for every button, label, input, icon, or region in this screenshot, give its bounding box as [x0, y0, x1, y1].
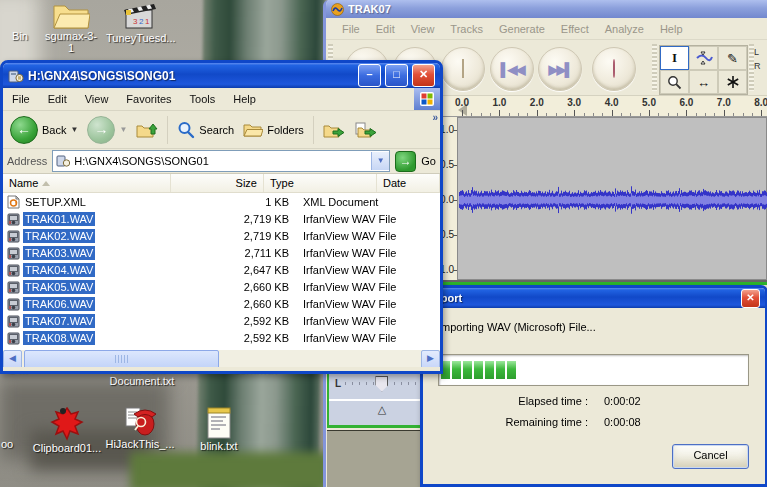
search-button[interactable]: Search [174, 119, 237, 141]
audacity-menu-tracks[interactable]: Tracks [442, 20, 491, 38]
timeshift-tool-button[interactable]: ↔ [689, 70, 718, 94]
draw-tool-icon: ✎ [727, 51, 738, 66]
scroll-left-arrow[interactable]: ◀ [3, 350, 22, 367]
explorer-menu-tools[interactable]: Tools [181, 90, 225, 108]
scrollbar-thumb[interactable] [24, 350, 219, 367]
file-name: TRAK05.WAV [23, 280, 95, 294]
folders-button[interactable]: Folders [240, 119, 307, 140]
go-label: Go [421, 155, 436, 167]
file-row-trak04-wav[interactable]: TRAK04.WAV2,647 KBIrfanView WAV File [3, 261, 440, 278]
audacity-menu-analyze[interactable]: Analyze [597, 20, 652, 38]
desktop-icon-tuneytuesd-[interactable]: 321TuneyTuesd... [106, 0, 174, 44]
wav-file-icon [7, 314, 20, 328]
timeline-tick-label: 5.0 [642, 97, 656, 108]
draw-tool-button[interactable]: ✎ [718, 46, 747, 70]
file-name: SETUP.XML [23, 195, 88, 209]
audacity-app-icon [331, 3, 344, 16]
windows-logo-icon [414, 88, 440, 110]
file-row-trak06-wav[interactable]: TRAK06.WAV2,660 KBIrfanView WAV File [3, 295, 440, 312]
selection-tool-button[interactable]: I [660, 46, 689, 70]
desktop-icon-oo[interactable]: oo [0, 438, 20, 450]
explorer-menu-favorites[interactable]: Favorites [117, 90, 180, 108]
move-to-button[interactable] [320, 119, 348, 141]
toolbar-overflow-chevron[interactable]: » [432, 112, 438, 123]
audacity-menu-effect[interactable]: Effect [553, 20, 597, 38]
file-row-trak01-wav[interactable]: TRAK01.WAV2,719 KBIrfanView WAV File [3, 210, 440, 227]
forward-button[interactable]: → ▼ [84, 114, 130, 146]
forward-button[interactable]: ▶▶▌ [538, 47, 582, 91]
explorer-menu-file[interactable]: File [3, 90, 39, 108]
explorer-window: H:\GNX4\SONGS\SONG01 – □ ✕ FileEditViewF… [0, 60, 443, 374]
import-dialog-titlebar[interactable]: Import ✕ [423, 288, 765, 308]
file-row-trak03-wav[interactable]: TRAK03.WAV2,711 KBIrfanView WAV File [3, 244, 440, 261]
column-header-size[interactable]: Size [171, 174, 264, 192]
file-row-trak07-wav[interactable]: TRAK07.WAV2,592 KBIrfanView WAV File [3, 312, 440, 329]
audacity-menu-edit[interactable]: Edit [368, 20, 403, 38]
file-type: IrfanView WAV File [299, 298, 423, 310]
audacity-meter-toolbar: L R [754, 45, 767, 91]
close-button[interactable]: ✕ [412, 64, 435, 87]
address-dropdown-button[interactable]: ▼ [371, 152, 389, 170]
audacity-menu-file[interactable]: File [334, 20, 368, 38]
multi-tool-icon [726, 75, 740, 89]
audacity-menu-generate[interactable]: Generate [491, 20, 553, 38]
audacity-titlebar[interactable]: TRAK07 [326, 0, 767, 18]
horizontal-scrollbar[interactable]: ◀ ▶ [3, 350, 440, 367]
address-combo[interactable]: H:\GNX4\SONGS\SONG01 ▼ [52, 150, 390, 172]
back-button[interactable]: ← Back ▼ [7, 114, 81, 146]
rewind-button[interactable]: ▌◀◀ [490, 47, 534, 91]
timeline-tick-label: 6.0 [679, 97, 693, 108]
import-dialog-close-button[interactable]: ✕ [741, 289, 760, 308]
file-row-trak08-wav[interactable]: TRAK08.WAV2,592 KBIrfanView WAV File [3, 329, 440, 346]
up-button[interactable] [133, 118, 161, 142]
maximize-button[interactable]: □ [385, 64, 408, 87]
column-header-name[interactable]: Name [3, 174, 171, 192]
file-name: TRAK08.WAV [23, 331, 95, 345]
explorer-menu-edit[interactable]: Edit [39, 90, 76, 108]
column-header-date[interactable]: Date [377, 174, 440, 192]
file-row-trak05-wav[interactable]: TRAK05.WAV2,660 KBIrfanView WAV File [3, 278, 440, 295]
pan-slider[interactable]: L R [335, 371, 429, 395]
stop-button[interactable] [441, 47, 485, 91]
desktop-icon-hijackthis-[interactable]: HiJackThis_... [104, 404, 176, 450]
forward-dropdown-caret[interactable]: ▼ [119, 125, 127, 134]
zoom-tool-button[interactable] [660, 70, 689, 94]
file-name: TRAK01.WAV [23, 212, 95, 226]
file-type: IrfanView WAV File [299, 281, 423, 293]
audacity-menu-view[interactable]: View [403, 20, 443, 38]
move-to-icon [323, 121, 345, 139]
waveform-canvas[interactable] [457, 117, 767, 280]
column-header-label: Type [270, 177, 294, 189]
search-icon [177, 121, 195, 139]
desktop-icon-blink-txt[interactable]: blink.txt [188, 406, 250, 452]
minimize-button[interactable]: – [358, 64, 381, 87]
splat-icon [32, 404, 102, 442]
timeline-tick-label: 1.0 [492, 97, 506, 108]
file-row-trak02-wav[interactable]: TRAK02.WAV2,719 KBIrfanView WAV File [3, 227, 440, 244]
explorer-menu-help[interactable]: Help [224, 90, 265, 108]
go-icon[interactable]: → [395, 151, 416, 172]
file-name: TRAK02.WAV [23, 229, 95, 243]
desktop-icon-clipboard01-[interactable]: Clipboard01... [32, 404, 102, 454]
file-size: 2,592 KB [193, 332, 299, 344]
pan-thumb[interactable] [375, 376, 388, 392]
scroll-right-arrow[interactable]: ▶ [421, 350, 440, 367]
desktop-icon-bin[interactable]: Bin [0, 30, 40, 42]
file-size: 2,711 KB [193, 247, 299, 259]
audacity-menu-help[interactable]: Help [652, 20, 691, 38]
column-header-type[interactable]: Type [264, 174, 377, 192]
desktop-icon-sgumax-3-1[interactable]: sgumax-3-1 [42, 0, 100, 54]
record-button[interactable] [592, 47, 636, 91]
copy-to-button[interactable] [351, 119, 379, 141]
file-size: 2,719 KB [193, 213, 299, 225]
multi-tool-button[interactable] [718, 70, 747, 94]
explorer-menu-view[interactable]: View [76, 90, 118, 108]
desktop-icon-label: TuneyTuesd... [106, 32, 174, 44]
explorer-titlebar[interactable]: H:\GNX4\SONGS\SONG01 – □ ✕ [3, 63, 440, 88]
wav-file-icon [7, 246, 20, 260]
back-dropdown-caret[interactable]: ▼ [70, 125, 78, 134]
forward-icon: → [87, 116, 115, 144]
cancel-button[interactable]: Cancel [672, 444, 749, 469]
envelope-tool-button[interactable] [689, 46, 718, 70]
file-row-setup-xml[interactable]: SETUP.XML1 KBXML Document [3, 193, 440, 210]
